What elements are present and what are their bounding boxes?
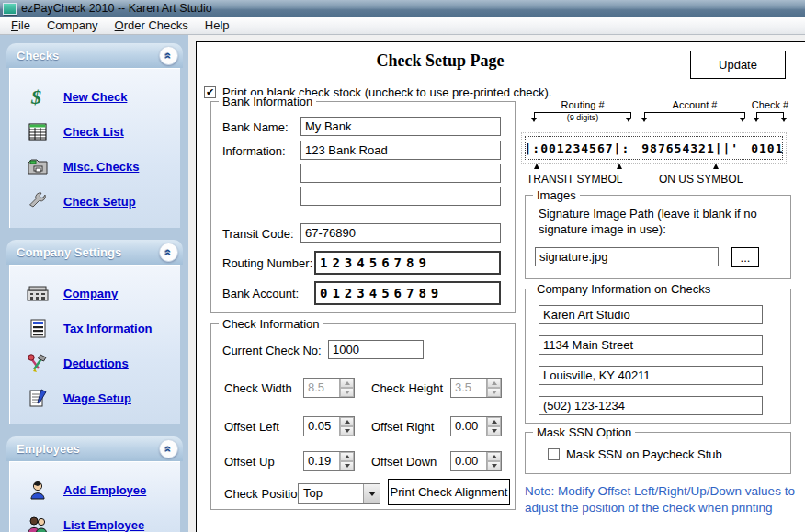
checks-section-title: Checks [17, 49, 59, 62]
window-title: ezPayCheck 2010 -- Karen Art Studio [21, 2, 212, 15]
company-settings-section-body: Company Tax Information Deductions Wage … [9, 265, 180, 424]
check-setup-link[interactable]: Check Setup [63, 195, 136, 209]
check-height-spinner[interactable]: 3.5 [450, 378, 502, 398]
check-height-label: Check Height [371, 381, 443, 395]
company-phone-field[interactable]: (502) 123-1234 [539, 396, 763, 415]
up-arrow-icon [713, 164, 719, 169]
new-check-link[interactable]: New Check [63, 90, 127, 104]
down-arrow-icon [531, 118, 537, 122]
signature-path-field[interactable]: signature.jpg [535, 247, 719, 266]
offset-up-up-button[interactable] [340, 452, 354, 461]
employees-section-header[interactable]: Employees « [6, 436, 183, 461]
add-employee-link[interactable]: Add Employee [63, 483, 146, 497]
company-settings-section-title: Company Settings [17, 245, 121, 259]
tax-info-icon [25, 317, 50, 339]
offset-left-down-button[interactable] [340, 426, 354, 436]
offset-down-down-button[interactable] [487, 461, 501, 470]
check-position-value: Top [299, 484, 363, 503]
sidebar-item-wage-setup[interactable]: Wage Setup [9, 380, 178, 415]
bank-information-field-3[interactable] [300, 187, 501, 206]
title-bar: ezPayCheck 2010 -- Karen Art Studio [0, 0, 805, 17]
offset-down-up-button[interactable] [487, 452, 501, 461]
bank-information-field-2[interactable] [300, 164, 501, 183]
down-arrow-icon [641, 118, 647, 122]
browse-button[interactable]: ... [731, 247, 759, 267]
checks-collapse-button[interactable]: « [159, 46, 178, 65]
offset-left-spinner[interactable]: 0.05 [303, 416, 355, 436]
offset-up-label: Offset Up [224, 455, 275, 469]
company-city-field[interactable]: Louisville, KY 40211 [539, 366, 763, 385]
list-employee-link[interactable]: List Employee [63, 518, 144, 532]
images-group: Images Signature Image Path (leave it bl… [525, 195, 791, 279]
company-link[interactable]: Company [63, 287, 118, 300]
check-width-up-button[interactable] [340, 379, 354, 388]
offset-up-down-button[interactable] [340, 461, 354, 470]
down-arrow-icon [754, 118, 759, 122]
offset-right-up-button[interactable] [487, 417, 501, 426]
menu-file[interactable]: File [3, 17, 39, 33]
blank-stock-checkbox[interactable]: ✔ [204, 86, 216, 98]
sidebar-item-tax-information[interactable]: Tax Information [9, 311, 178, 345]
menu-company[interactable]: Company [39, 17, 107, 33]
sidebar-item-company[interactable]: Company [9, 276, 178, 311]
account-number-diagram-label: Account # [670, 99, 720, 110]
bank-information-group: Bank Information Bank Name: My Bank Info… [210, 101, 516, 313]
dropdown-arrow-button[interactable] [363, 484, 380, 503]
company-settings-section-header[interactable]: Company Settings « [6, 240, 183, 265]
chevron-down-icon [368, 492, 376, 496]
app-icon [3, 3, 17, 15]
check-setup-panel: Check Setup Page Update ✔ Print on blank… [196, 41, 805, 532]
employees-collapse-button[interactable]: « [159, 439, 178, 458]
transit-code-field[interactable]: 67-76890 [300, 223, 501, 243]
current-check-no-label: Current Check No: [222, 344, 322, 357]
offset-note: Note: Modify Offset Left/Right/Up/Down v… [525, 483, 800, 516]
sidebar-item-list-employee[interactable]: List Employee [9, 507, 178, 532]
check-setup-icon [25, 190, 50, 212]
offset-right-spinner[interactable]: 0.00 [450, 416, 502, 436]
chevron-up-icon: « [163, 249, 175, 255]
current-check-no-field[interactable]: 1000 [328, 340, 424, 359]
company-settings-collapse-button[interactable]: « [159, 243, 178, 262]
deductions-link[interactable]: Deductions [63, 357, 129, 370]
sidebar-section-checks: Checks « $ New Check Check List Misc. C [6, 43, 183, 228]
menu-help[interactable]: Help [197, 17, 238, 33]
bank-name-label: Bank Name: [222, 120, 289, 134]
offset-right-value: 0.00 [451, 417, 486, 436]
offset-right-down-button[interactable] [487, 426, 501, 436]
offset-down-spinner[interactable]: 0.00 [450, 451, 502, 471]
check-height-up-button[interactable] [487, 379, 501, 388]
sidebar-item-check-list[interactable]: Check List [9, 114, 178, 149]
routing-number-diagram-label: Routing # [558, 99, 607, 110]
company-street-field[interactable]: 1134 Main Street [539, 335, 763, 355]
employees-section-body: Add Employee List Employee [9, 461, 180, 532]
sidebar-item-misc-checks[interactable]: Misc. Checks [9, 149, 178, 184]
sidebar-item-add-employee[interactable]: Add Employee [9, 472, 178, 507]
mask-ssn-checkbox[interactable] [548, 448, 560, 460]
bank-information-field-1[interactable]: 123 Bank Road [300, 141, 501, 160]
check-list-link[interactable]: Check List [63, 125, 124, 139]
sidebar-item-deductions[interactable]: Deductions [9, 345, 178, 380]
check-height-down-button[interactable] [487, 388, 501, 397]
checks-section-header[interactable]: Checks « [6, 43, 183, 68]
offset-left-up-button[interactable] [340, 417, 354, 426]
tax-information-link[interactable]: Tax Information [63, 322, 153, 335]
sidebar-section-employees: Employees « Add Employee List Employee [6, 436, 183, 532]
sidebar-item-check-setup[interactable]: Check Setup [9, 184, 178, 219]
bank-account-field[interactable]: 0123456789 [314, 281, 501, 305]
mask-ssn-group: Mask SSN Option Mask SSN on Paycheck Stu… [525, 432, 791, 474]
routing-number-field[interactable]: 123456789 [314, 251, 501, 275]
misc-checks-link[interactable]: Misc. Checks [63, 160, 139, 174]
check-width-spinner[interactable]: 8.5 [303, 378, 355, 398]
wage-setup-link[interactable]: Wage Setup [63, 391, 131, 405]
sidebar-item-new-check[interactable]: $ New Check [9, 79, 178, 114]
company-name-field[interactable]: Karen Art Studio [539, 305, 763, 324]
menu-order-checks[interactable]: Order Checks [107, 17, 197, 33]
micr-line-sample: |:001234567|:987654321||'0101 [525, 136, 783, 160]
bank-name-field[interactable]: My Bank [300, 117, 501, 136]
check-position-dropdown[interactable]: Top [298, 483, 380, 504]
print-check-alignment-button[interactable]: Print Check Alignment [388, 479, 510, 505]
update-button[interactable]: Update [690, 51, 786, 79]
check-width-down-button[interactable] [340, 388, 354, 397]
offset-down-value: 0.00 [451, 452, 486, 470]
offset-up-spinner[interactable]: 0.19 [303, 451, 355, 471]
